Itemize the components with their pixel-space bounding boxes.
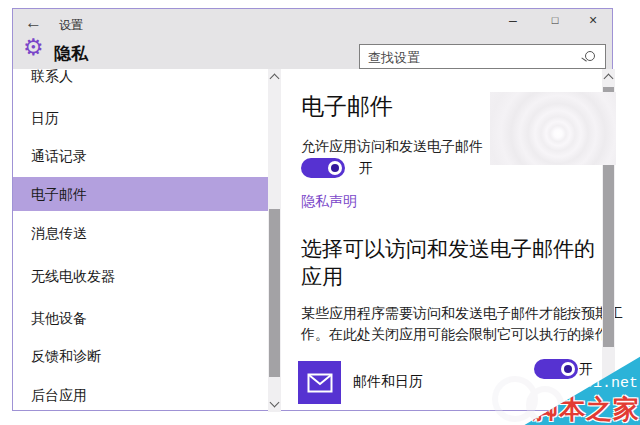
toggle-knob <box>561 362 575 376</box>
scroll-down-icon[interactable] <box>270 398 280 408</box>
minimize-button[interactable]: – <box>499 12 527 28</box>
email-access-toggle[interactable] <box>301 158 345 178</box>
sidebar-item-background-apps[interactable]: 后台应用 <box>13 378 268 412</box>
header: ← 设置 – □ × ⚙ 隐私 <box>13 9 612 69</box>
sidebar-item-email[interactable]: 电子邮件 <box>13 177 268 211</box>
mail-calendar-app-icon <box>298 361 341 404</box>
sidebar-item-other-devices[interactable]: 其他设备 <box>13 301 268 335</box>
screen: ← 设置 – □ × ⚙ 隐私 联系人 日历 通话记录 电子邮件 消息传送 无线… <box>0 0 640 425</box>
toggle-state-label: 开 <box>359 160 373 178</box>
scroll-up-icon[interactable] <box>270 74 280 84</box>
envelope-icon <box>307 373 333 393</box>
sidebar-item-radios[interactable]: 无线电收发器 <box>13 259 268 293</box>
back-icon[interactable]: ← <box>25 13 42 33</box>
search-icon[interactable] <box>585 51 595 61</box>
sidebar-item-call-history[interactable]: 通话记录 <box>13 139 268 173</box>
ripple-image <box>490 92 616 165</box>
window-title: 设置 <box>59 17 83 34</box>
app-toggle-state-label: 开 <box>579 361 593 379</box>
sidebar-item-feedback[interactable]: 反馈和诊断 <box>13 339 268 373</box>
allow-email-label: 允许应用访问和发送电子邮件 <box>301 138 483 156</box>
choose-apps-title: 选择可以访问和发送电子邮件的应用 <box>301 235 603 291</box>
settings-window: ← 设置 – □ × ⚙ 隐私 联系人 日历 通话记录 电子邮件 消息传送 无线… <box>12 8 613 411</box>
gear-icon: ⚙ <box>23 36 44 59</box>
choose-apps-description: 某些应用程序需要访问和发送电子邮件才能按预期工作。在此处关闭应用可能会限制它可以… <box>301 303 627 345</box>
sidebar-item-calendar[interactable]: 日历 <box>13 101 268 135</box>
scroll-up-icon[interactable] <box>604 74 614 84</box>
privacy-statement-link[interactable]: 隐私声明 <box>301 193 357 211</box>
toggle-knob <box>328 161 342 175</box>
sidebar-scrollbar[interactable] <box>268 69 281 412</box>
app-name-label: 邮件和日历 <box>353 373 423 391</box>
maximize-button[interactable]: □ <box>541 14 569 26</box>
search-box[interactable] <box>359 44 606 69</box>
page-title: 隐私 <box>54 42 88 65</box>
sidebar-scrollbar-thumb[interactable] <box>269 209 280 377</box>
close-button[interactable]: × <box>579 12 607 28</box>
section-title-email: 电子邮件 <box>301 91 393 122</box>
sidebar-item-messaging[interactable]: 消息传送 <box>13 216 268 250</box>
search-input[interactable] <box>366 47 575 68</box>
